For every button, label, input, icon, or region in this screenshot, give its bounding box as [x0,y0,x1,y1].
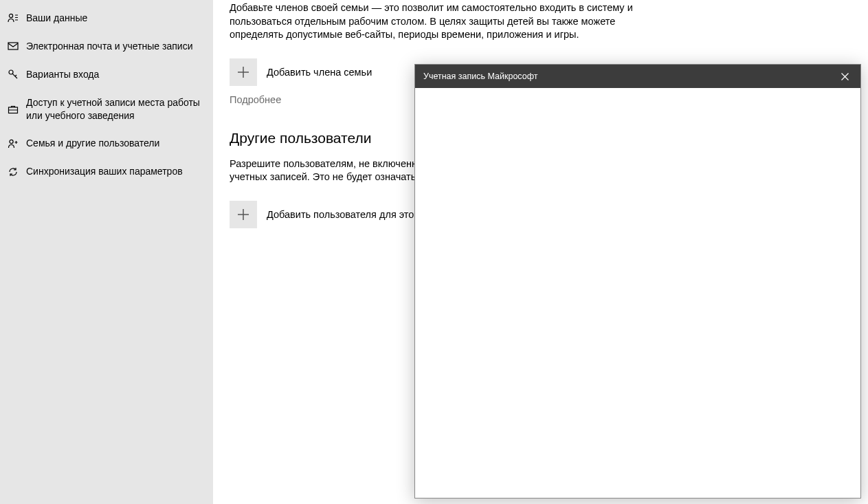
mail-icon [5,41,21,52]
sidebar-item-label: Семья и другие пользователи [26,137,159,150]
sidebar-item-label: Электронная почта и учетные записи [26,40,192,53]
sidebar-item-label: Варианты входа [26,68,99,81]
plus-icon [230,58,257,86]
sidebar-item-label: Ваши данные [26,12,87,25]
learn-more-link[interactable]: Подробнее [230,94,281,105]
svg-rect-1 [8,43,18,50]
sidebar-item-family-users[interactable]: Семья и другие пользователи [0,129,213,157]
dialog-body [415,88,860,498]
dialog-title: Учетная запись Майкрософт [423,72,830,81]
settings-sidebar: Ваши данные Электронная почта и учетные … [0,0,213,504]
sidebar-item-sync[interactable]: Синхронизация ваших параметров [0,157,213,186]
sidebar-item-your-info[interactable]: Ваши данные [0,4,213,32]
sidebar-item-label: Синхронизация ваших параметров [26,165,183,178]
sidebar-item-signin-options[interactable]: Варианты входа [0,61,213,89]
sidebar-item-email-accounts[interactable]: Электронная почта и учетные записи [0,32,213,61]
sync-icon [5,166,21,177]
key-icon [5,69,21,80]
add-family-label: Добавить члена семьи [267,67,372,78]
dialog-close-button[interactable] [830,65,860,88]
svg-point-2 [9,70,13,74]
briefcase-icon [5,104,21,115]
plus-icon [230,201,257,228]
sidebar-item-label: Доступ к учетной записи места работы или… [26,96,205,122]
close-icon [841,73,849,80]
sidebar-item-work-school[interactable]: Доступ к учетной записи места работы или… [0,89,213,130]
microsoft-account-dialog: Учетная запись Майкрософт [414,64,861,498]
person-card-icon [5,12,21,23]
svg-point-0 [9,14,12,18]
dialog-titlebar: Учетная запись Майкрософт [415,65,860,88]
svg-point-4 [10,140,13,143]
person-plus-icon [5,138,21,149]
family-intro-text: Добавьте членов своей семьи — это позвол… [230,1,636,42]
